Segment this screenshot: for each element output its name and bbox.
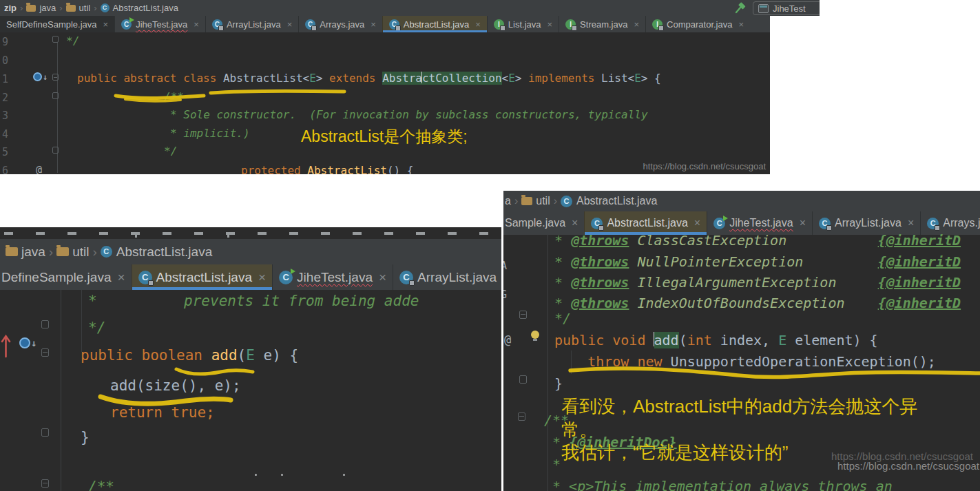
fold-marker[interactable] — [41, 348, 49, 357]
close-icon[interactable]: × — [287, 19, 293, 30]
tab-list[interactable]: List.java × — [487, 16, 559, 32]
code-line: * @throws ClassCastException {@inheritD — [546, 232, 961, 249]
close-icon[interactable]: × — [738, 19, 744, 30]
breadcrumb-item-file[interactable]: AbstractList.java — [576, 195, 657, 207]
tab-abstractlist[interactable]: AbstractList.java × — [584, 211, 707, 235]
tab-arraylist[interactable]: ArrayList.java × — [205, 16, 298, 32]
code-line: add(size(), e); — [110, 377, 241, 395]
override-gutter-icon[interactable]: ↓ — [19, 337, 37, 348]
editor-tab-bar: Sample.java × AbstractList.java × JiheTe… — [503, 211, 980, 235]
tab-label: AbstractList.java — [156, 270, 252, 285]
handwritten-annotation: 常。 — [561, 418, 597, 442]
code-line: * @throws IndexOutOfBoundsException {@in… — [546, 295, 961, 312]
code-line: public void add(int index, E element) { — [554, 332, 878, 349]
tab-abstractlist[interactable]: AbstractList.java × — [382, 16, 487, 32]
breadcrumb-item-util[interactable]: util — [72, 244, 89, 260]
test-class-icon — [713, 218, 725, 229]
fold-marker[interactable] — [519, 311, 527, 319]
breadcrumb-bar: java › util › AbstractList.java — [0, 239, 501, 264]
close-icon[interactable]: × — [117, 270, 125, 285]
tab-sample[interactable]: Sample.java × — [503, 211, 584, 235]
code-editor[interactable]: A G @ * @throws ClassCastException {@inh… — [503, 235, 980, 491]
breadcrumb: java › util › AbstractList.java — [0, 239, 501, 264]
breadcrumb-item-util[interactable]: util — [79, 3, 91, 13]
fold-marker[interactable] — [52, 92, 59, 99]
breadcrumb-item-zip[interactable]: zip — [4, 3, 17, 13]
gutter-border — [61, 290, 61, 491]
build-hammer-icon[interactable] — [734, 2, 746, 14]
tab-arrays[interactable]: Arrays.java × — [920, 211, 980, 235]
run-configuration-select[interactable]: JiheTest — [753, 1, 820, 15]
tab-comparator[interactable]: Comparator.java × — [645, 16, 750, 32]
fold-marker[interactable] — [41, 320, 49, 328]
close-icon[interactable]: × — [475, 19, 481, 30]
code-line: * @throws IllegalArgumentException {@inh… — [546, 274, 961, 291]
tab-arraylist[interactable]: ArrayList.java × — [393, 264, 501, 290]
gutter-border — [548, 235, 548, 491]
class-icon — [305, 19, 315, 30]
class-icon — [399, 271, 413, 284]
breadcrumb-bar: zip › java › util › AbstractList.java Ji… — [0, 0, 820, 16]
fold-marker[interactable] — [52, 147, 59, 154]
tab-abstractlist[interactable]: AbstractList.java × — [132, 264, 273, 290]
test-class-icon — [279, 271, 293, 284]
tab-definesample[interactable]: DefineSample.java × — [0, 264, 132, 290]
navigate-up-arrow-icon[interactable] — [1, 333, 11, 359]
class-icon — [101, 246, 112, 258]
breadcrumb: a › util › AbstractList.java — [503, 191, 980, 211]
fold-marker[interactable] — [41, 428, 49, 437]
close-icon[interactable]: × — [634, 19, 639, 30]
tab-label: SelfDefineSample.java — [6, 19, 97, 30]
tab-jihetest[interactable]: JiheTest.java × — [114, 16, 205, 32]
intention-lightbulb-icon[interactable] — [531, 331, 539, 339]
run-config-name: JiheTest — [773, 3, 806, 14]
breadcrumb-item-java[interactable]: java — [39, 3, 56, 13]
breadcrumb-item-java-cut[interactable]: a — [505, 195, 511, 207]
close-icon[interactable]: × — [694, 217, 700, 229]
fold-marker[interactable] — [52, 36, 59, 43]
code-editor[interactable]: ↓ * prevents it from being adde */ publi… — [0, 290, 501, 491]
run-config-icon — [758, 4, 769, 13]
close-icon[interactable]: × — [572, 217, 578, 229]
fold-marker[interactable] — [518, 412, 525, 421]
code-line: * @throws NullPointerException {@inherit… — [546, 253, 961, 271]
close-icon[interactable]: × — [548, 19, 553, 30]
breadcrumb-item-java[interactable]: java — [21, 244, 45, 260]
code-line: * prevents it from being adde — [88, 292, 419, 310]
tab-stream[interactable]: Stream.java × — [559, 16, 645, 32]
tab-selfdefinesample[interactable]: SelfDefineSample.java × — [0, 16, 114, 32]
ide-window-right: a › util › AbstractList.java Sample.java… — [503, 191, 980, 491]
tab-arrays[interactable]: Arrays.java × — [298, 16, 382, 32]
breadcrumb-separator: › — [550, 195, 561, 207]
tab-label: List.java — [508, 19, 541, 30]
fold-marker[interactable] — [519, 375, 527, 384]
tab-jihetest[interactable]: JiheTest.java × — [707, 211, 812, 235]
breadcrumb-item-file[interactable]: AbstractList.java — [116, 244, 212, 260]
close-icon[interactable]: × — [800, 217, 806, 229]
code-editor[interactable]: 9 0 1 2 3 4 5 6 ↓ @ */ public abstract c… — [0, 32, 770, 174]
tab-label: JiheTest.java — [136, 19, 187, 30]
code-line: */ — [546, 310, 571, 327]
close-icon[interactable]: × — [194, 19, 199, 30]
fold-marker[interactable] — [41, 479, 49, 488]
close-icon[interactable]: × — [379, 270, 386, 285]
close-icon[interactable]: × — [908, 217, 914, 229]
cut-glyph: A — [503, 261, 507, 271]
close-icon[interactable]: × — [103, 19, 109, 30]
code-line: public boolean add(E e) { — [81, 346, 298, 364]
close-icon[interactable]: × — [258, 270, 266, 285]
tab-jihetest[interactable]: JiheTest.java × — [272, 264, 393, 290]
editor-tab-bar: SelfDefineSample.java × JiheTest.java × … — [0, 16, 770, 32]
interface-icon — [494, 19, 504, 30]
breadcrumb-item-file[interactable]: AbstractList.java — [113, 3, 178, 13]
line-number: 6 — [2, 165, 8, 174]
fold-marker[interactable] — [52, 74, 59, 81]
override-gutter-icon[interactable]: ↓ — [33, 72, 48, 81]
tab-arraylist[interactable]: ArrayList.java × — [812, 211, 920, 235]
folder-icon — [66, 5, 76, 12]
breadcrumb-item-util[interactable]: util — [536, 195, 550, 207]
class-icon — [819, 218, 831, 229]
close-icon[interactable]: × — [371, 19, 376, 30]
interface-icon — [565, 19, 576, 30]
tab-label: Comparator.java — [667, 19, 732, 30]
